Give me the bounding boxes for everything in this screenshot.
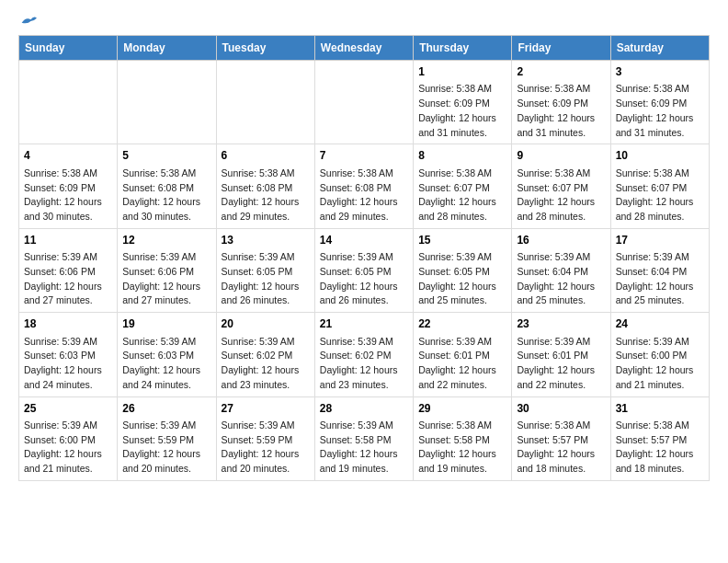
day-info: Sunrise: 5:38 AM Sunset: 6:08 PM Dayligh… [320, 167, 408, 224]
day-info: Sunrise: 5:39 AM Sunset: 6:06 PM Dayligh… [24, 250, 112, 308]
day-cell [216, 61, 314, 144]
day-info: Sunrise: 5:39 AM Sunset: 5:59 PM Dayligh… [122, 419, 210, 477]
day-info: Sunrise: 5:38 AM Sunset: 5:57 PM Dayligh… [616, 419, 704, 477]
day-info: Sunrise: 5:38 AM Sunset: 6:07 PM Dayligh… [418, 167, 506, 224]
day-cell: 2Sunrise: 5:38 AM Sunset: 6:09 PM Daylig… [512, 61, 610, 144]
day-number: 9 [517, 148, 605, 164]
day-info: Sunrise: 5:39 AM Sunset: 6:01 PM Dayligh… [517, 335, 605, 393]
day-cell: 19Sunrise: 5:39 AM Sunset: 6:03 PM Dayli… [118, 313, 216, 396]
day-info: Sunrise: 5:39 AM Sunset: 6:01 PM Dayligh… [418, 335, 506, 393]
day-number: 2 [517, 64, 605, 80]
day-info: Sunrise: 5:39 AM Sunset: 6:06 PM Dayligh… [122, 250, 210, 308]
day-cell: 16Sunrise: 5:39 AM Sunset: 6:04 PM Dayli… [512, 228, 610, 312]
week-row-1: 1Sunrise: 5:38 AM Sunset: 6:09 PM Daylig… [19, 61, 710, 144]
day-cell: 17Sunrise: 5:39 AM Sunset: 6:04 PM Dayli… [610, 228, 709, 312]
day-cell: 9Sunrise: 5:38 AM Sunset: 6:07 PM Daylig… [512, 144, 610, 228]
day-number: 16 [517, 233, 605, 248]
day-number: 27 [222, 401, 310, 417]
week-row-5: 25Sunrise: 5:39 AM Sunset: 6:00 PM Dayli… [19, 396, 710, 480]
day-number: 28 [320, 401, 408, 417]
day-cell: 12Sunrise: 5:39 AM Sunset: 6:06 PM Dayli… [118, 228, 216, 312]
column-header-wednesday: Wednesday [314, 36, 413, 61]
day-cell: 25Sunrise: 5:39 AM Sunset: 6:00 PM Dayli… [19, 396, 118, 480]
day-number: 23 [517, 316, 605, 332]
day-cell: 20Sunrise: 5:39 AM Sunset: 6:02 PM Dayli… [216, 313, 314, 396]
column-header-thursday: Thursday [414, 36, 512, 61]
day-cell: 21Sunrise: 5:39 AM Sunset: 6:02 PM Dayli… [314, 313, 413, 396]
day-number: 11 [24, 233, 112, 248]
day-number: 29 [418, 401, 506, 417]
day-number: 18 [24, 316, 112, 332]
day-number: 12 [122, 233, 210, 248]
logo [18, 15, 37, 28]
day-info: Sunrise: 5:38 AM Sunset: 6:09 PM Dayligh… [418, 82, 506, 140]
day-info: Sunrise: 5:39 AM Sunset: 6:05 PM Dayligh… [320, 250, 408, 308]
day-info: Sunrise: 5:39 AM Sunset: 5:59 PM Dayligh… [222, 419, 310, 477]
day-number: 13 [222, 233, 310, 248]
day-info: Sunrise: 5:38 AM Sunset: 6:08 PM Dayligh… [222, 167, 310, 224]
day-cell: 22Sunrise: 5:39 AM Sunset: 6:01 PM Dayli… [414, 313, 512, 396]
day-info: Sunrise: 5:39 AM Sunset: 6:05 PM Dayligh… [418, 250, 506, 308]
day-info: Sunrise: 5:39 AM Sunset: 5:58 PM Dayligh… [320, 419, 408, 477]
day-number: 20 [222, 316, 310, 332]
column-header-tuesday: Tuesday [216, 36, 314, 61]
day-info: Sunrise: 5:39 AM Sunset: 6:00 PM Dayligh… [616, 335, 704, 393]
day-info: Sunrise: 5:39 AM Sunset: 6:04 PM Dayligh… [616, 250, 704, 308]
day-cell: 31Sunrise: 5:38 AM Sunset: 5:57 PM Dayli… [610, 396, 709, 480]
day-cell: 7Sunrise: 5:38 AM Sunset: 6:08 PM Daylig… [314, 144, 413, 228]
day-number: 7 [320, 148, 408, 164]
day-info: Sunrise: 5:39 AM Sunset: 6:05 PM Dayligh… [222, 250, 310, 308]
day-cell [314, 61, 413, 144]
day-info: Sunrise: 5:38 AM Sunset: 6:07 PM Dayligh… [616, 167, 704, 224]
day-number: 8 [418, 148, 506, 164]
week-row-4: 18Sunrise: 5:39 AM Sunset: 6:03 PM Dayli… [19, 313, 710, 396]
day-info: Sunrise: 5:39 AM Sunset: 6:03 PM Dayligh… [24, 335, 112, 393]
calendar-header-row: SundayMondayTuesdayWednesdayThursdayFrid… [19, 36, 710, 61]
column-header-friday: Friday [512, 36, 610, 61]
day-number: 24 [616, 316, 704, 332]
day-cell: 23Sunrise: 5:39 AM Sunset: 6:01 PM Dayli… [512, 313, 610, 396]
day-info: Sunrise: 5:39 AM Sunset: 6:02 PM Dayligh… [222, 335, 310, 393]
day-number: 5 [122, 148, 210, 164]
column-header-monday: Monday [118, 36, 216, 61]
day-info: Sunrise: 5:38 AM Sunset: 5:58 PM Dayligh… [418, 419, 506, 477]
day-info: Sunrise: 5:38 AM Sunset: 6:07 PM Dayligh… [517, 167, 605, 224]
day-cell: 10Sunrise: 5:38 AM Sunset: 6:07 PM Dayli… [610, 144, 709, 228]
day-info: Sunrise: 5:38 AM Sunset: 6:09 PM Dayligh… [517, 82, 605, 140]
day-number: 6 [222, 148, 310, 164]
day-cell [118, 61, 216, 144]
day-cell: 30Sunrise: 5:38 AM Sunset: 5:57 PM Dayli… [512, 396, 610, 480]
day-cell: 3Sunrise: 5:38 AM Sunset: 6:09 PM Daylig… [610, 61, 709, 144]
day-info: Sunrise: 5:38 AM Sunset: 6:09 PM Dayligh… [24, 167, 112, 224]
header [18, 15, 710, 28]
day-cell: 14Sunrise: 5:39 AM Sunset: 6:05 PM Dayli… [314, 228, 413, 312]
day-cell: 6Sunrise: 5:38 AM Sunset: 6:08 PM Daylig… [216, 144, 314, 228]
day-info: Sunrise: 5:39 AM Sunset: 6:03 PM Dayligh… [122, 335, 210, 393]
day-info: Sunrise: 5:38 AM Sunset: 6:08 PM Dayligh… [122, 167, 210, 224]
day-number: 17 [616, 233, 704, 248]
logo-bird-icon [20, 15, 37, 28]
day-cell: 15Sunrise: 5:39 AM Sunset: 6:05 PM Dayli… [414, 228, 512, 312]
week-row-2: 4Sunrise: 5:38 AM Sunset: 6:09 PM Daylig… [19, 144, 710, 228]
day-cell: 1Sunrise: 5:38 AM Sunset: 6:09 PM Daylig… [414, 61, 512, 144]
day-number: 30 [517, 401, 605, 417]
day-number: 14 [320, 233, 408, 248]
day-info: Sunrise: 5:39 AM Sunset: 6:04 PM Dayligh… [517, 250, 605, 308]
day-info: Sunrise: 5:39 AM Sunset: 6:00 PM Dayligh… [24, 419, 112, 477]
day-number: 1 [418, 64, 506, 80]
day-info: Sunrise: 5:38 AM Sunset: 5:57 PM Dayligh… [517, 419, 605, 477]
day-cell: 5Sunrise: 5:38 AM Sunset: 6:08 PM Daylig… [118, 144, 216, 228]
day-cell: 27Sunrise: 5:39 AM Sunset: 5:59 PM Dayli… [216, 396, 314, 480]
day-info: Sunrise: 5:39 AM Sunset: 6:02 PM Dayligh… [320, 335, 408, 393]
day-number: 15 [418, 233, 506, 248]
day-cell: 18Sunrise: 5:39 AM Sunset: 6:03 PM Dayli… [19, 313, 118, 396]
day-cell [19, 61, 118, 144]
column-header-saturday: Saturday [610, 36, 709, 61]
day-cell: 24Sunrise: 5:39 AM Sunset: 6:00 PM Dayli… [610, 313, 709, 396]
day-number: 19 [122, 316, 210, 332]
day-number: 3 [616, 64, 704, 80]
column-header-sunday: Sunday [19, 36, 118, 61]
day-number: 10 [616, 148, 704, 164]
day-info: Sunrise: 5:38 AM Sunset: 6:09 PM Dayligh… [616, 82, 704, 140]
day-number: 4 [24, 148, 112, 164]
